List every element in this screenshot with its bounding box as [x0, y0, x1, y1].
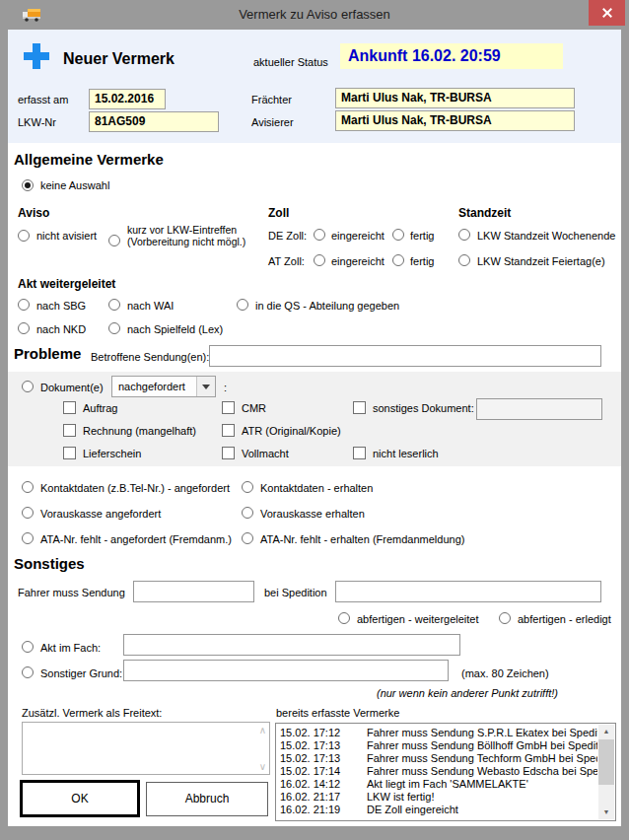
avisierer-field: Marti Ulus Nak, TR-BURSA	[335, 110, 575, 131]
label-de-zoll-fertig: fertig	[410, 230, 434, 242]
label-abfertigen-weitergeleitet: abfertigen - weitergeleitet	[357, 613, 479, 625]
textarea-scroll-up-icon[interactable]: ∧	[259, 725, 266, 735]
checkbox-rechnung[interactable]	[63, 424, 76, 437]
label-keine-auswahl: keine Auswahl	[40, 179, 109, 191]
dokumente-dropdown-value: nachgefordert	[118, 381, 185, 392]
label-kontaktdaten-angefordert: Kontaktdaten (z.B.Tel-Nr.) - angefordert	[40, 482, 230, 494]
radio-abfertigen-weitergeleitet[interactable]	[338, 612, 350, 624]
radio-de-zoll-fertig[interactable]	[392, 229, 404, 241]
radio-at-zoll-fertig[interactable]	[392, 254, 404, 266]
label-qs-abteilung: in die QS - Abteilung gegeben	[255, 300, 399, 312]
radio-ata-angefordert[interactable]	[22, 532, 34, 544]
radio-kontaktdaten-erhalten[interactable]	[242, 481, 253, 493]
abbruch-button[interactable]: Abbruch	[146, 782, 268, 816]
fahrer-muss-sendung-label: Fahrer muss Sendung	[18, 587, 125, 598]
status-label: aktueller Status	[253, 56, 328, 68]
ok-button[interactable]: OK	[20, 780, 140, 817]
checkbox-nicht-leserlich[interactable]	[353, 447, 366, 459]
vermerke-heading: bereits erfasste Vermerke	[276, 707, 399, 719]
list-item[interactable]: 15.02. 17:14Fahrer muss Sendung Webasto …	[280, 765, 597, 778]
label-rechnung: Rechnung (mangelhaft)	[83, 425, 196, 437]
radio-ata-erhalten[interactable]	[242, 532, 253, 544]
label-sonstiger-grund: Sonstiger Grund:	[40, 667, 122, 679]
checkbox-cmr[interactable]	[222, 401, 235, 414]
list-item[interactable]: 16.02. 21:17LKW ist fertig!	[280, 791, 597, 804]
label-lieferschein: Lieferschein	[83, 448, 141, 459]
label-at-zoll-eingereicht: eingereicht	[331, 255, 384, 267]
label-atr: ATR (Original/Kopie)	[242, 425, 341, 437]
checkbox-lieferschein[interactable]	[63, 447, 76, 459]
label-standzeit-wochenende: LKW Standzeit Wochenende	[477, 230, 615, 242]
spedition-input[interactable]	[335, 581, 601, 602]
radio-vorauskasse-erhalten[interactable]	[242, 507, 253, 519]
radio-nach-spielfeld[interactable]	[108, 322, 120, 334]
subheading-akt-weitergeleitet: Akt weitergeleitet	[18, 277, 115, 291]
label-kontaktdaten-erhalten: Kontaktdaten - erhalten	[260, 482, 373, 494]
section-sonstiges: Sonstiges	[14, 555, 85, 572]
checkbox-auftrag[interactable]	[63, 401, 76, 414]
sonstiger-grund-input[interactable]	[123, 660, 449, 681]
radio-akt-im-fach[interactable]	[22, 641, 34, 653]
akt-im-fach-input[interactable]	[123, 634, 460, 656]
fahrer-sendung-input[interactable]	[133, 581, 254, 602]
label-colon: :	[224, 382, 227, 393]
radio-at-zoll-eingereicht[interactable]	[314, 254, 325, 266]
list-item[interactable]: 15.02. 17:13Fahrer muss Sendung Böllhoff…	[280, 739, 597, 752]
list-item[interactable]: 15.02. 17:13Fahrer muss Sendung Techform…	[280, 752, 597, 765]
subheading-aviso: Aviso	[18, 206, 49, 220]
scroll-down-icon[interactable]: ▼	[598, 805, 614, 819]
label-nicht-avisiert: nicht avisiert	[36, 230, 97, 242]
textarea-scroll-down-icon[interactable]: ∨	[259, 761, 266, 772]
radio-vorauskasse-angefordert[interactable]	[22, 507, 34, 519]
checkbox-atr[interactable]	[222, 424, 235, 437]
label-nach-spielfeld: nach Spielfeld (Lex)	[127, 323, 223, 335]
lkw-nr-field: 81AG509	[89, 111, 219, 132]
lkw-nr-label: LKW-Nr	[18, 116, 56, 128]
dropdown-arrow-icon	[202, 385, 210, 389]
radio-nicht-avisiert[interactable]	[18, 230, 30, 242]
radio-kurz-vor-eintreffen[interactable]	[108, 235, 120, 246]
dialog-window: { "window": { "title": "Vermerk zu Aviso…	[0, 0, 629, 840]
dokumente-dropdown[interactable]: nachgefordert	[111, 376, 216, 397]
label-abfertigen-erledigt: abfertigen - erledigt	[518, 613, 611, 625]
scrollbar-thumb[interactable]	[598, 739, 614, 785]
freitext-label: Zusätzl. Vermerk als Freitext:	[22, 707, 162, 719]
checkbox-vollmacht[interactable]	[222, 447, 235, 459]
radio-qs-abteilung[interactable]	[237, 299, 248, 311]
plus-icon	[24, 43, 49, 69]
label-at-zoll: AT Zoll:	[268, 255, 305, 267]
bei-spedition-label: bei Spedition	[264, 587, 327, 598]
radio-nach-nkd[interactable]	[18, 322, 30, 334]
checkbox-sonstiges-dokument[interactable]	[353, 401, 366, 414]
freitext-textarea[interactable]: ∧ ∨	[22, 722, 270, 775]
section-allgemeine-vermerke: Allgemeine Vermerke	[14, 151, 164, 168]
page-title: Neuer Vermerk	[63, 50, 175, 68]
betroffene-sendungen-input[interactable]	[209, 345, 601, 367]
list-item[interactable]: 16.02. 21:19DE Zoll eingereicht	[280, 804, 597, 816]
max-zeichen-label: (max. 80 Zeichen)	[461, 667, 549, 679]
scroll-up-icon[interactable]: ▲	[598, 725, 614, 738]
radio-nach-sbg[interactable]	[18, 299, 30, 311]
dropdown-button[interactable]	[196, 377, 215, 396]
radio-sonstiger-grund[interactable]	[22, 666, 34, 678]
radio-kontaktdaten-angefordert[interactable]	[22, 481, 34, 493]
close-button[interactable]	[589, 0, 625, 26]
radio-nach-wai[interactable]	[108, 299, 120, 311]
label-de-zoll: DE Zoll:	[268, 230, 307, 242]
radio-standzeit-feiertag[interactable]	[458, 254, 470, 266]
radio-keine-auswahl[interactable]	[22, 179, 34, 191]
list-item[interactable]: 15.02. 17:12Fahrer muss Sendung S.P.R.L …	[280, 727, 597, 739]
label-vollmacht: Vollmacht	[242, 448, 289, 459]
radio-abfertigen-erledigt[interactable]	[499, 612, 511, 624]
label-ata-erhalten: ATA-Nr. fehlt - erhalten (Fremdanmeldung…	[260, 533, 464, 545]
subheading-zoll: Zoll	[268, 206, 289, 220]
radio-dokumente[interactable]	[22, 381, 34, 392]
label-ata-angefordert: ATA-Nr. fehlt - angefordert (Fremdanm.)	[40, 533, 232, 545]
radio-de-zoll-eingereicht[interactable]	[314, 229, 325, 241]
sonstiges-dokument-input[interactable]	[476, 398, 602, 420]
radio-standzeit-wochenende[interactable]	[458, 229, 470, 241]
section-probleme: Probleme	[14, 345, 81, 362]
status-value: Ankunft 16.02. 20:59	[340, 43, 563, 69]
list-item[interactable]: 16.02. 14:12Akt liegt im Fach 'SAMMELAKT…	[280, 778, 597, 791]
list-scrollbar[interactable]: ▲ ▼	[598, 725, 614, 819]
